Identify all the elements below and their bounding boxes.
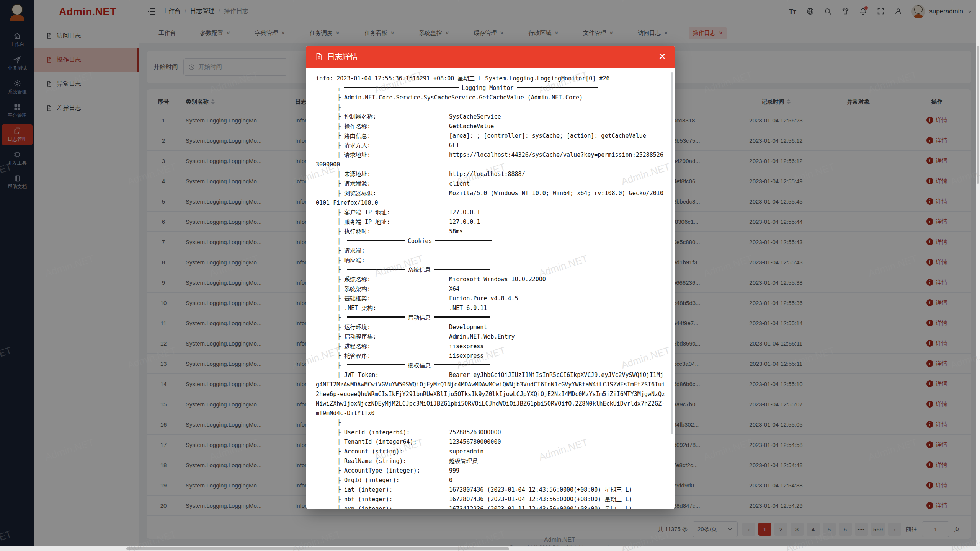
log-line: ├ 基础框架:Furion.Pure v4.8.4.5 <box>316 294 665 303</box>
log-line: ├ 启动程序集:Admin.NET.Web.Entry <box>316 332 665 342</box>
log-label: ├ 浏览器标识: <box>316 189 449 198</box>
log-label: ├ 响应端: <box>316 256 449 265</box>
log-line: ├ 响应端: <box>316 256 665 265</box>
vertical-scrollbar-thumb[interactable] <box>977 46 979 184</box>
log-line: ├ 系统名称:Microsoft Windows 10.0.22000 <box>316 275 665 284</box>
log-label: ├ .NET 架构: <box>316 303 449 313</box>
log-label: ├ TenantId (integer64): <box>316 437 449 447</box>
document-icon <box>315 52 323 61</box>
section-rule <box>434 316 490 318</box>
log-label: ├ 启动程序集: <box>316 332 449 342</box>
section-rule <box>347 316 405 318</box>
modal-title: 日志详情 <box>327 52 358 62</box>
modal-body: info: 2023-01-04 12:55:36.1516291 +08:00… <box>306 68 675 509</box>
log-section: ├ 授权信息 <box>316 361 665 370</box>
log-label: ├ 托管程序: <box>316 351 449 361</box>
log-line: ├ Admin.NET.Core.Service.SysCacheService… <box>316 93 665 103</box>
log-label: ├ iat (integer): <box>316 485 449 495</box>
log-line: ├ 浏览器标识:Mozilla/5.0 (Windows NT 10.0; Wi… <box>316 189 665 208</box>
section-rule <box>517 87 598 88</box>
log-line: ├ 执行耗时:58ms <box>316 227 665 236</box>
log-line: ├ 请求端: <box>316 246 665 256</box>
log-line: ├ 请求端源:client <box>316 179 665 189</box>
section-rule <box>434 364 490 365</box>
log-label: ├ nbf (integer): <box>316 495 449 504</box>
log-line: ├ 路由信息:[area]: ; [controller]: sysCache;… <box>316 131 665 141</box>
section-rule <box>347 364 405 365</box>
log-section-title: 系统信息 <box>408 266 431 273</box>
log-label: ├ Account (string): <box>316 447 449 456</box>
log-line: ├ 请求地址:https://localhost:44326/sysCache/… <box>316 150 665 170</box>
page-horizontal-scrollbar <box>0 546 980 551</box>
log-label: ├ 路由信息: <box>316 131 449 141</box>
horizontal-scrollbar-thumb[interactable] <box>126 547 509 550</box>
log-label: ├ UserId (integer64): <box>316 428 449 437</box>
log-label: ├ AccountType (integer): <box>316 466 449 476</box>
log-line: ├ 操作名称:GetCacheValue <box>316 122 665 131</box>
log-line: ├ .NET 架构:.NET 6.0.11 <box>316 303 665 313</box>
log-line: ├ 请求方式:GET <box>316 141 665 150</box>
log-line: ├ nbf (integer):1672807436 (2023-01-04 1… <box>316 495 665 504</box>
log-label: ├ OrgId (integer): <box>316 476 449 485</box>
log-label: ├ 操作名称: <box>316 122 449 131</box>
log-label: ├ 请求方式: <box>316 141 449 150</box>
section-rule <box>347 240 405 241</box>
log-line: ├ OrgId (integer):0 <box>316 476 665 485</box>
log-section: ├ 系统信息 <box>316 265 665 275</box>
log-line: ├ 托管程序:iisexpress <box>316 351 665 361</box>
log-line: ├ 客户端 IP 地址:127.0.0.1 <box>316 208 665 217</box>
log-line: ├ <box>316 103 665 112</box>
log-section-title: 启动信息 <box>408 314 431 321</box>
log-section: ├ Cookies <box>316 236 665 246</box>
log-section-title: 授权信息 <box>408 362 431 369</box>
log-label: ├ 请求端: <box>316 246 449 256</box>
page-vertical-scrollbar <box>976 0 980 546</box>
log-label: ├ JWT Token: <box>316 370 449 380</box>
section-rule <box>347 269 405 270</box>
modal-scrollbar-thumb[interactable] <box>671 72 673 434</box>
log-line: ├ <box>316 418 665 428</box>
log-section: ├ 启动信息 <box>316 313 665 323</box>
log-section-title: Logging Monitor <box>462 85 513 91</box>
log-label: ├ 运行环境: <box>316 323 449 332</box>
log-section-title: Cookies <box>408 238 432 245</box>
close-icon[interactable]: ✕ <box>658 52 666 61</box>
log-label: ├ RealName (string): <box>316 456 449 466</box>
log-label: ├ 来源地址: <box>316 170 449 179</box>
log-label: ├ 基础框架: <box>316 294 449 303</box>
modal-header: 日志详情 ✕ <box>306 46 675 68</box>
log-line: ├ TenantId (integer64):123456780000000 <box>316 437 665 447</box>
log-line: ├ 控制器名称:SysCacheService <box>316 112 665 122</box>
section-rule <box>434 269 490 270</box>
log-line: ├ 来源地址:http://localhost:8888/ <box>316 170 665 179</box>
log-line: ├ Account (string):superadmin <box>316 447 665 456</box>
log-label: ├ 进程名称: <box>316 342 449 351</box>
log-line: ├ JWT Token:Bearer eyJhbGciOiJIUzI1NiIsI… <box>316 370 665 418</box>
log-label: ├ 执行耗时: <box>316 227 449 236</box>
log-label: ├ 客户端 IP 地址: <box>316 208 449 217</box>
log-label: ├ 请求端源: <box>316 179 449 189</box>
log-label: ├ exp (integer): <box>316 504 449 509</box>
log-line: ├ 系统架构:X64 <box>316 284 665 294</box>
log-label: ├ 系统名称: <box>316 275 449 284</box>
log-line: ├ AccountType (integer):999 <box>316 466 665 476</box>
log-label: ├ 服务端 IP 地址: <box>316 217 449 227</box>
log-line: ├ RealName (string):超级管理员 <box>316 456 665 466</box>
section-rule <box>435 240 492 241</box>
log-line: ├ 运行环境:Development <box>316 323 665 332</box>
log-label: ├ 请求地址: <box>316 150 449 160</box>
log-label: ├ 系统架构: <box>316 284 449 294</box>
log-line: ├ 进程名称:iisexpress <box>316 342 665 351</box>
log-line: ├ exp (integer):1673412236 (2023-01-11 1… <box>316 504 665 509</box>
log-detail-modal: 日志详情 ✕ info: 2023-01-04 12:55:36.1516291… <box>306 46 675 509</box>
log-line: ├ UserId (integer64):252885263000000 <box>316 428 665 437</box>
log-info-line: info: 2023-01-04 12:55:36.1516291 +08:00… <box>316 74 665 83</box>
log-label: ├ 控制器名称: <box>316 112 449 122</box>
log-line: ├ iat (integer):1672807436 (2023-01-04 1… <box>316 485 665 495</box>
section-rule <box>344 87 459 88</box>
log-line: ├ 服务端 IP 地址:127.0.0.1 <box>316 217 665 227</box>
log-box-top: ┌Logging Monitor <box>316 83 665 93</box>
